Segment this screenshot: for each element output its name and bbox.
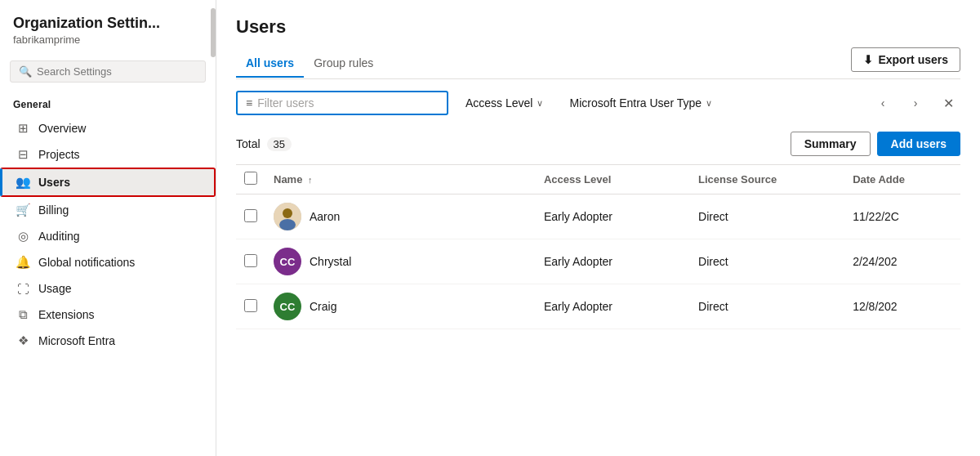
license-source-cell: Direct	[690, 239, 844, 284]
sidebar-item-auditing[interactable]: ◎ Auditing	[0, 223, 216, 249]
table-area: Total 35 Summary Add users Name ↑	[216, 123, 980, 456]
sidebar-item-global-notifications[interactable]: 🔔 Global notifications	[0, 249, 216, 275]
date-added-cell: 11/22/2C	[844, 194, 960, 239]
avatar	[274, 203, 301, 230]
close-icon: ✕	[943, 96, 954, 111]
row-checkbox-craig[interactable]	[244, 299, 257, 312]
th-name-label: Name	[274, 173, 302, 186]
th-date-added[interactable]: Date Adde	[844, 165, 960, 194]
date-added-cell: 12/8/202	[844, 284, 960, 329]
tabs-row: All users Group rules ⬇ Export users	[236, 47, 960, 79]
tabs: All users Group rules	[236, 50, 383, 77]
row-checkbox-aaron[interactable]	[244, 209, 257, 222]
sidebar: Organization Settin... fabrikamprime 🔍 G…	[0, 0, 216, 456]
user-name: Aaron	[310, 210, 340, 223]
access-level-cell: Early Adopter	[536, 194, 690, 239]
export-icon: ⬇	[863, 53, 873, 66]
sidebar-header: Organization Settin... fabrikamprime	[0, 0, 216, 52]
projects-icon: ⊟	[16, 147, 30, 162]
sidebar-item-usage[interactable]: ⛶ Usage	[0, 275, 216, 302]
filter-bar: ≡ Access Level ∨ Microsoft Entra User Ty…	[216, 79, 980, 123]
svg-point-2	[279, 219, 296, 230]
avatar: CC	[274, 293, 301, 320]
toolbar-actions: Summary Add users	[791, 132, 960, 156]
access-level-label: Access Level	[466, 96, 532, 110]
entra-user-type-label: Microsoft Entra User Type	[569, 96, 702, 110]
sidebar-subtitle: fabrikamprime	[13, 34, 203, 46]
usage-icon: ⛶	[16, 281, 30, 296]
search-icon: 🔍	[19, 65, 32, 78]
license-source-cell: Direct	[690, 284, 844, 329]
svg-point-1	[283, 208, 292, 218]
main-content: Users All users Group rules ⬇ Export use…	[216, 0, 980, 456]
entra-icon: ❖	[16, 333, 30, 348]
table-header-row: Name ↑ Access Level License Source Date …	[236, 165, 960, 194]
notifications-icon: 🔔	[16, 255, 30, 270]
sidebar-scrollbar	[211, 0, 216, 456]
license-source-cell: Direct	[690, 194, 844, 239]
th-access-label: Access Level	[544, 173, 611, 186]
sort-arrow-icon: ↑	[308, 175, 313, 185]
tab-all-users[interactable]: All users	[236, 50, 304, 78]
entra-user-type-dropdown[interactable]: Microsoft Entra User Type ∨	[560, 91, 721, 115]
sidebar-section-general: General	[0, 94, 216, 115]
th-check	[236, 165, 265, 194]
export-label: Export users	[878, 53, 948, 66]
sidebar-item-projects[interactable]: ⊟ Projects	[0, 141, 216, 168]
overview-icon: ⊞	[16, 121, 30, 136]
billing-icon: 🛒	[16, 203, 30, 217]
table-body: AaronEarly AdopterDirect11/22/2CCCChryst…	[236, 194, 960, 329]
tab-group-rules[interactable]: Group rules	[304, 50, 383, 78]
filter-input[interactable]	[257, 96, 439, 110]
table-row: CCCraigEarly AdopterDirect12/8/202	[236, 284, 960, 329]
th-license-label: License Source	[698, 173, 777, 186]
main-header: Users All users Group rules ⬇ Export use…	[216, 0, 980, 79]
scrollbar-thumb	[211, 8, 216, 57]
row-checkbox-chrystal[interactable]	[244, 254, 257, 267]
filter-icon: ≡	[246, 96, 252, 110]
total-text: Total	[236, 137, 261, 150]
th-access-level[interactable]: Access Level	[536, 165, 690, 194]
access-level-cell: Early Adopter	[536, 284, 690, 329]
sidebar-title: Organization Settin...	[13, 15, 203, 32]
sidebar-item-overview[interactable]: ⊞ Overview	[0, 115, 216, 141]
sidebar-item-billing[interactable]: 🛒 Billing	[0, 197, 216, 223]
access-level-chevron-icon: ∨	[537, 98, 543, 109]
extensions-icon: ⧉	[16, 307, 30, 322]
total-count-badge: 35	[267, 137, 292, 151]
user-name: Craig	[310, 300, 336, 313]
users-icon: 👥	[16, 175, 30, 190]
sidebar-search-container[interactable]: 🔍	[10, 60, 206, 83]
total-label: Total 35	[236, 137, 292, 151]
prev-page-button[interactable]: ‹	[871, 91, 895, 115]
th-date-label: Date Adde	[853, 173, 905, 186]
page-title: Users	[236, 16, 960, 38]
search-input[interactable]	[37, 65, 197, 78]
users-table: Name ↑ Access Level License Source Date …	[236, 165, 960, 329]
prev-arrow-icon: ‹	[881, 96, 885, 110]
export-users-button[interactable]: ⬇ Export users	[851, 47, 960, 72]
sidebar-item-microsoft-entra[interactable]: ❖ Microsoft Entra	[0, 328, 216, 354]
next-arrow-icon: ›	[914, 96, 918, 110]
table-row: CCChrystalEarly AdopterDirect2/24/202	[236, 239, 960, 284]
user-name: Chrystal	[310, 255, 351, 268]
filter-close-button[interactable]: ✕	[936, 91, 960, 115]
access-level-dropdown[interactable]: Access Level ∨	[457, 91, 552, 115]
table-row: AaronEarly AdopterDirect11/22/2C	[236, 194, 960, 239]
add-users-button[interactable]: Add users	[877, 132, 960, 156]
filter-input-container[interactable]: ≡	[236, 91, 448, 115]
table-header: Name ↑ Access Level License Source Date …	[236, 165, 960, 194]
avatar: CC	[274, 248, 301, 275]
select-all-checkbox[interactable]	[244, 172, 257, 185]
th-license-source[interactable]: License Source	[690, 165, 844, 194]
auditing-icon: ◎	[16, 229, 30, 244]
table-toolbar: Total 35 Summary Add users	[236, 123, 960, 165]
sidebar-item-users[interactable]: 👥 Users	[0, 168, 216, 197]
th-name[interactable]: Name ↑	[265, 165, 536, 194]
access-level-cell: Early Adopter	[536, 239, 690, 284]
date-added-cell: 2/24/202	[844, 239, 960, 284]
summary-button[interactable]: Summary	[791, 132, 871, 156]
next-page-button[interactable]: ›	[903, 91, 928, 115]
entra-user-type-chevron-icon: ∨	[706, 98, 712, 109]
sidebar-item-extensions[interactable]: ⧉ Extensions	[0, 302, 216, 328]
